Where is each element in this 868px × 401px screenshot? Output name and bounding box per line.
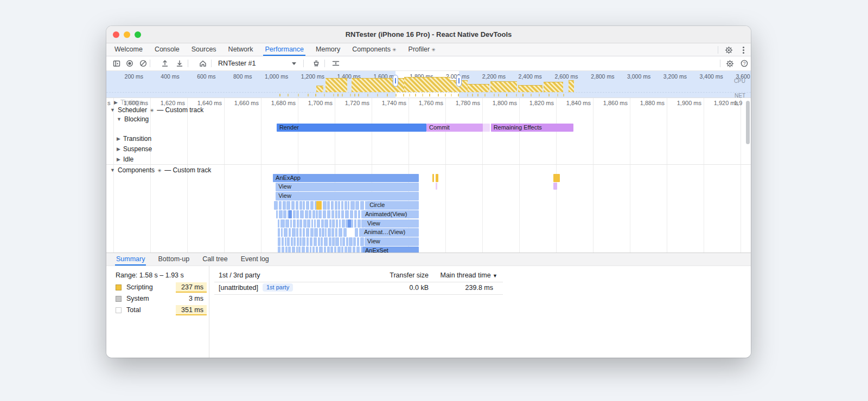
flame-sliver[interactable] xyxy=(348,247,352,253)
flame-sliver[interactable] xyxy=(285,219,289,228)
expand-arrow-icon[interactable]: ▼ xyxy=(110,167,115,173)
flame-chart[interactable]: ▶Timings s1,600 ms1,620 ms1,640 ms1,660 … xyxy=(106,98,751,253)
drawer-tab-event-log[interactable]: Event log xyxy=(234,253,276,266)
flame-sliver[interactable] xyxy=(306,201,309,210)
load-profile-icon[interactable] xyxy=(159,58,171,69)
flame-sliver[interactable] xyxy=(331,210,334,219)
collapsed-arrow-icon[interactable]: ▶ xyxy=(117,157,120,162)
flame-sliver[interactable] xyxy=(335,201,337,210)
flame-sliver[interactable] xyxy=(336,219,338,228)
flame-sliver[interactable] xyxy=(321,237,323,246)
flame-sliver[interactable] xyxy=(281,228,283,237)
flame-sliver[interactable] xyxy=(330,247,333,253)
flame-sliver[interactable] xyxy=(312,247,315,253)
flame-sliver[interactable] xyxy=(296,247,298,253)
flame-sliver[interactable] xyxy=(331,228,334,237)
flame-sliver-highlight[interactable] xyxy=(316,201,322,210)
flame-sliver[interactable] xyxy=(332,237,334,246)
flame-sliver[interactable] xyxy=(323,210,326,219)
clear-icon[interactable] xyxy=(137,58,149,69)
track-scheduler-suspense[interactable]: ▶Suspense xyxy=(117,145,152,153)
flame-sliver[interactable] xyxy=(282,237,284,246)
flame-sliver[interactable] xyxy=(310,201,314,210)
flame-sliver[interactable] xyxy=(296,201,298,210)
flame-event-view[interactable]: View xyxy=(365,237,419,246)
flame-sliver[interactable] xyxy=(324,219,328,228)
flame-sliver[interactable] xyxy=(342,219,345,228)
home-icon[interactable] xyxy=(197,58,209,69)
expand-arrow-icon[interactable]: ▼ xyxy=(117,117,122,122)
track-scheduler-transition[interactable]: ▶Transition xyxy=(117,135,151,143)
flame-sliver[interactable] xyxy=(299,228,302,237)
flame-sliver[interactable] xyxy=(338,210,340,219)
flame-sliver[interactable] xyxy=(323,201,327,210)
flame-sliver[interactable] xyxy=(340,237,342,246)
flame-sliver[interactable] xyxy=(279,201,282,210)
selection-handle-left[interactable] xyxy=(393,75,398,87)
flame-sliver[interactable] xyxy=(306,228,309,237)
track-components[interactable]: ▼Components ✳ — Custom track xyxy=(110,166,211,174)
flame-sliver[interactable] xyxy=(312,210,315,219)
flame-sliver[interactable] xyxy=(337,247,341,253)
flame-event-anexset[interactable]: AnExSet xyxy=(362,247,419,253)
flame-sliver[interactable] xyxy=(327,247,329,253)
flame-event-commit[interactable]: Commit xyxy=(426,124,483,132)
flame-sliver[interactable] xyxy=(296,228,298,237)
flame-sliver[interactable] xyxy=(335,237,339,246)
flame-sliver[interactable] xyxy=(343,228,347,237)
selection-handle-right[interactable] xyxy=(456,75,462,87)
flame-event-small[interactable] xyxy=(432,174,434,183)
tab-welcome[interactable]: Welcome xyxy=(108,43,149,56)
flame-sliver[interactable] xyxy=(288,247,291,253)
flame-sliver[interactable] xyxy=(298,247,301,253)
table-row[interactable]: [unattributed]1st party xyxy=(219,284,293,292)
flame-sliver[interactable] xyxy=(319,247,323,253)
flame-sliver[interactable] xyxy=(307,219,310,228)
flame-event-animat-view-[interactable]: Animat…(View) xyxy=(361,228,419,237)
flame-event-small[interactable] xyxy=(436,174,438,183)
flame-sliver[interactable] xyxy=(303,219,307,228)
flame-sliver[interactable] xyxy=(278,237,280,246)
flame-event-anexapp[interactable]: AnExApp xyxy=(273,174,419,183)
flame-sliver[interactable] xyxy=(283,210,286,219)
collapsed-arrow-icon[interactable]: ▶ xyxy=(117,136,120,141)
flame-sliver[interactable] xyxy=(291,237,293,246)
flame-sliver[interactable] xyxy=(296,210,299,219)
flame-sliver[interactable] xyxy=(306,247,309,253)
flame-sliver[interactable] xyxy=(344,201,347,210)
flame-sliver[interactable] xyxy=(280,219,284,228)
flame-sliver[interactable] xyxy=(338,201,340,210)
flame-sliver[interactable] xyxy=(348,201,349,210)
flame-sliver[interactable] xyxy=(289,228,291,237)
track-scheduler-idle[interactable]: ▶Idle xyxy=(117,156,133,163)
flame-sliver[interactable] xyxy=(356,247,360,253)
flame-sliver[interactable] xyxy=(341,247,343,253)
flame-sliver[interactable] xyxy=(339,219,341,228)
flame-sliver[interactable] xyxy=(274,201,278,210)
track-scheduler[interactable]: ▼Scheduler ✳ — Custom track xyxy=(110,106,203,114)
flame-event-circle[interactable]: Circle xyxy=(367,201,419,210)
flame-event-view[interactable]: View xyxy=(276,183,419,191)
flame-sliver[interactable] xyxy=(360,201,364,210)
flame-sliver[interactable] xyxy=(331,201,334,210)
flame-sliver[interactable] xyxy=(286,201,290,210)
flame-sliver[interactable] xyxy=(355,201,359,210)
flame-event-small[interactable] xyxy=(553,183,557,190)
col-header-main-thread-time[interactable]: Main thread time ▼ xyxy=(438,271,497,279)
target-select[interactable]: RNTester #1 xyxy=(215,58,296,69)
vertical-scrollbar[interactable] xyxy=(746,101,750,144)
panel-settings-gear-icon[interactable] xyxy=(724,58,736,69)
flame-sliver[interactable] xyxy=(344,247,347,253)
zoom-window-button[interactable] xyxy=(135,31,141,38)
tab-memory[interactable]: Memory xyxy=(310,43,346,56)
flame-event-connector[interactable] xyxy=(483,124,490,132)
tab-sources[interactable]: Sources xyxy=(186,43,222,56)
flame-sliver[interactable] xyxy=(307,237,309,246)
tab-console[interactable]: Console xyxy=(149,43,186,56)
flame-sliver[interactable] xyxy=(279,210,283,219)
flame-sliver[interactable] xyxy=(346,237,348,246)
flame-sliver[interactable] xyxy=(285,247,288,253)
flame-sliver[interactable] xyxy=(300,210,304,219)
flame-event-small[interactable] xyxy=(436,183,437,190)
flame-sliver[interactable] xyxy=(316,210,317,219)
